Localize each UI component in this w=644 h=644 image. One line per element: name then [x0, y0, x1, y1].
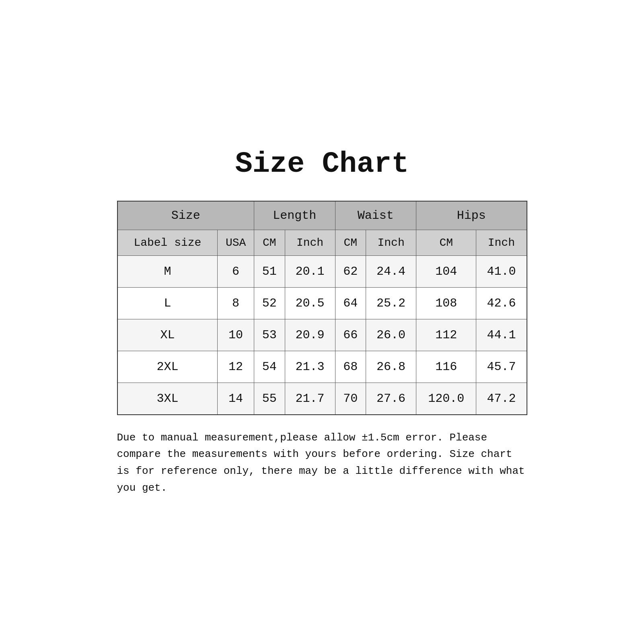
table-row: 2XL125421.36826.811645.7 [117, 351, 527, 383]
table-cell: XL [117, 319, 218, 351]
table-cell: 52 [254, 287, 285, 319]
table-row: XL105320.96626.011244.1 [117, 319, 527, 351]
table-cell: 26.8 [366, 351, 416, 383]
header-hips: Hips [416, 201, 527, 230]
table-cell: 45.7 [476, 351, 527, 383]
header-usa: USA [218, 230, 254, 255]
table-cell: 20.9 [285, 319, 335, 351]
table-cell: 112 [416, 319, 476, 351]
table-cell: 25.2 [366, 287, 416, 319]
table-header-row-1: Size Length Waist Hips [117, 201, 527, 230]
table-row: M65120.16224.410441.0 [117, 255, 527, 287]
header-length-inch: Inch [285, 230, 335, 255]
table-cell: 66 [335, 319, 366, 351]
table-cell: 20.1 [285, 255, 335, 287]
header-label-size: Label size [117, 230, 218, 255]
table-cell: 44.1 [476, 319, 527, 351]
table-cell: 27.6 [366, 383, 416, 415]
header-hips-inch: Inch [476, 230, 527, 255]
table-cell: 68 [335, 351, 366, 383]
table-cell: 3XL [117, 383, 218, 415]
page-title: Size Chart [117, 148, 527, 181]
header-waist-cm: CM [335, 230, 366, 255]
table-cell: 47.2 [476, 383, 527, 415]
table-cell: 6 [218, 255, 254, 287]
table-row: L85220.56425.210842.6 [117, 287, 527, 319]
table-header-row-2: Label size USA CM Inch CM Inch CM Inch [117, 230, 527, 255]
header-waist: Waist [335, 201, 416, 230]
table-cell: 55 [254, 383, 285, 415]
table-cell: 21.3 [285, 351, 335, 383]
footnote: Due to manual measurement,please allow ±… [117, 430, 527, 496]
size-chart-table: Size Length Waist Hips Label size USA CM… [117, 201, 527, 415]
header-length: Length [254, 201, 335, 230]
table-cell: 12 [218, 351, 254, 383]
table-body: M65120.16224.410441.0L85220.56425.210842… [117, 255, 527, 415]
table-cell: M [117, 255, 218, 287]
table-cell: 24.4 [366, 255, 416, 287]
table-cell: 62 [335, 255, 366, 287]
table-cell: 120.0 [416, 383, 476, 415]
header-hips-cm: CM [416, 230, 476, 255]
table-cell: 42.6 [476, 287, 527, 319]
page-container: Size Chart Size Length Waist Hips Label … [101, 123, 543, 521]
table-cell: L [117, 287, 218, 319]
table-cell: 8 [218, 287, 254, 319]
table-cell: 70 [335, 383, 366, 415]
header-size: Size [117, 201, 254, 230]
table-cell: 41.0 [476, 255, 527, 287]
table-cell: 2XL [117, 351, 218, 383]
header-waist-inch: Inch [366, 230, 416, 255]
table-cell: 10 [218, 319, 254, 351]
table-cell: 54 [254, 351, 285, 383]
table-cell: 108 [416, 287, 476, 319]
table-cell: 53 [254, 319, 285, 351]
header-length-cm: CM [254, 230, 285, 255]
table-cell: 14 [218, 383, 254, 415]
table-cell: 64 [335, 287, 366, 319]
table-cell: 26.0 [366, 319, 416, 351]
table-cell: 116 [416, 351, 476, 383]
table-cell: 20.5 [285, 287, 335, 319]
table-cell: 104 [416, 255, 476, 287]
table-cell: 51 [254, 255, 285, 287]
table-cell: 21.7 [285, 383, 335, 415]
table-row: 3XL145521.77027.6120.047.2 [117, 383, 527, 415]
